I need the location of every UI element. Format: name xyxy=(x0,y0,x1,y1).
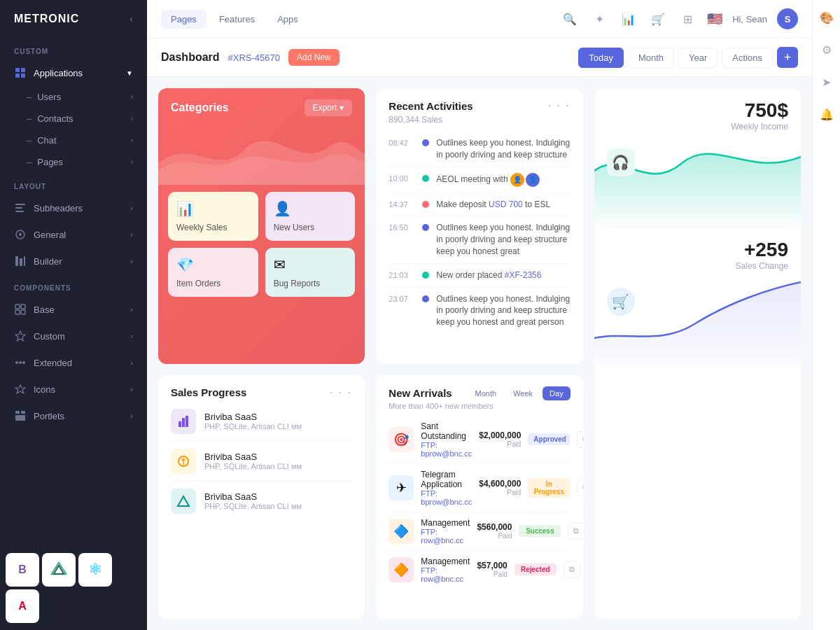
contacts-arrow: › xyxy=(131,115,133,122)
search-icon[interactable]: 🔍 xyxy=(560,9,580,29)
export-button[interactable]: Export ▾ xyxy=(304,99,353,116)
sidebar-item-builder[interactable]: Builder › xyxy=(0,248,147,274)
general-arrow: › xyxy=(130,230,133,239)
sidebar-item-subheaders[interactable]: Subheaders › xyxy=(0,195,147,221)
user-avatar[interactable]: S xyxy=(777,8,798,29)
year-button[interactable]: Year xyxy=(678,48,718,68)
weekly-sales-item[interactable]: 📊 Weekly Sales xyxy=(168,192,258,241)
builder-arrow: › xyxy=(130,257,133,265)
rs-bell-icon[interactable]: 🔔 xyxy=(816,104,837,125)
tab-apps[interactable]: Apps xyxy=(267,10,308,29)
new-users-item[interactable]: 👤 New Users xyxy=(265,192,356,241)
sidebar-item-extended[interactable]: Extended › xyxy=(0,349,147,376)
arrival-info-1: Sant Outstanding FTP: bprow@bnc.cc xyxy=(421,421,472,458)
rs-send-icon[interactable]: ➤ xyxy=(816,71,837,92)
svg-rect-26 xyxy=(182,418,185,427)
extended-icon xyxy=(14,356,27,369)
arrivals-tab-month[interactable]: Month xyxy=(468,386,504,400)
deposit-link[interactable]: USD 700 xyxy=(489,200,523,209)
base-icon xyxy=(14,303,27,316)
sidebar: METRONIC ‹ CUSTOM Applications ▼ – Users… xyxy=(0,0,147,630)
svg-rect-0 xyxy=(15,68,20,72)
framework-vue[interactable] xyxy=(42,553,76,587)
sidebar-item-icons[interactable]: Icons › xyxy=(0,376,147,402)
act-time-3: 14:37 xyxy=(388,200,415,209)
extended-label: Extended xyxy=(34,358,72,368)
sp-tech-2: PHP, SQLite, Artisan CLI мм xyxy=(204,462,352,470)
user-greeting: Hi, Sean xyxy=(732,14,767,24)
arrival-copy-2[interactable]: ⧉ xyxy=(577,479,582,496)
topnav: Pages Features Apps 🔍 ✦ 📊 🛒 ⊞ 🇺🇸 Hi, Sea… xyxy=(147,0,812,38)
act-text-6: Outlines keep you honest. Indulging in p… xyxy=(436,293,570,328)
arrival-badge-4: Rejected xyxy=(514,564,556,575)
svg-point-18 xyxy=(22,361,25,364)
sidebar-item-portlets[interactable]: Portlets › xyxy=(0,402,147,429)
users-arrow: › xyxy=(131,93,133,101)
actions-button[interactable]: Actions xyxy=(722,48,773,68)
sidebar-item-base[interactable]: Base › xyxy=(0,296,147,323)
arrival-badge-3: Success xyxy=(519,525,561,537)
svg-rect-13 xyxy=(21,304,25,309)
framework-bootstrap[interactable]: B xyxy=(6,553,39,587)
svg-rect-10 xyxy=(20,258,22,266)
add-new-button[interactable]: Add New xyxy=(288,49,340,66)
tab-features[interactable]: Features xyxy=(209,10,265,29)
chart-icon[interactable]: 📊 xyxy=(619,9,638,29)
month-button[interactable]: Month xyxy=(628,48,674,68)
icons-label: Icons xyxy=(34,384,55,395)
sales-progress-card: Sales Progress · · · Briviba SaaS PHP, S… xyxy=(158,375,365,619)
grid-icon[interactable]: ⊞ xyxy=(678,9,697,29)
weekly-sales-icon: 📊 xyxy=(176,200,250,217)
framework-react[interactable]: ⚛ xyxy=(78,553,112,587)
today-button[interactable]: Today xyxy=(578,48,624,68)
activity-item-6: 23:07 Outlines keep you honest. Indulgin… xyxy=(388,288,570,334)
arrival-actions-3: ⧉ ✏ 🗑 xyxy=(568,523,582,540)
sidebar-item-chat[interactable]: – Chat › xyxy=(0,130,147,151)
sp-info-1: Briviba SaaS PHP, SQLite, Artisan CLI мм xyxy=(204,412,352,430)
arrival-ftp-3: FTP: row@bnc.cc xyxy=(421,528,470,545)
add-icon-button[interactable]: + xyxy=(777,47,798,68)
sidebar-item-applications[interactable]: Applications ▼ xyxy=(0,59,147,86)
svg-rect-20 xyxy=(15,411,20,414)
framework-angular[interactable]: A xyxy=(6,589,39,623)
sidebar-item-pages[interactable]: – Pages › xyxy=(0,151,147,173)
subheader-ref[interactable]: #XRS-45670 xyxy=(228,52,280,63)
svg-rect-1 xyxy=(21,68,25,72)
sidebar-item-custom[interactable]: Custom › xyxy=(0,323,147,349)
arrival-name-2: Telegram Application xyxy=(421,470,472,489)
item-orders-item[interactable]: 💎 Item Orders xyxy=(168,248,258,297)
main-content: Pages Features Apps 🔍 ✦ 📊 🛒 ⊞ 🇺🇸 Hi, Sea… xyxy=(147,0,812,630)
sidebar-item-general[interactable]: General › xyxy=(0,221,147,248)
language-flag[interactable]: 🇺🇸 xyxy=(707,11,722,27)
sidebar-collapse-icon[interactable]: ‹ xyxy=(130,13,133,24)
sp-avatar-1 xyxy=(171,409,196,434)
activities-menu[interactable]: · · · xyxy=(547,99,570,112)
arrival-item-3: 🔷 Management FTP: row@bnc.cc $560,000 Pa… xyxy=(388,512,570,551)
arrivals-tab-week[interactable]: Week xyxy=(506,386,540,400)
share-icon[interactable]: ✦ xyxy=(589,9,609,29)
rs-palette-icon[interactable]: 🎨 xyxy=(816,7,837,28)
sidebar-item-users[interactable]: – Users › xyxy=(0,86,147,108)
act-dot-3 xyxy=(422,201,429,208)
arrival-name-1: Sant Outstanding xyxy=(421,421,472,441)
right-sidebar: 🎨 ⚙ ➤ 🔔 xyxy=(812,0,840,630)
arrivals-header: New Arrivals Month Week Day xyxy=(376,375,582,402)
bug-reports-item[interactable]: ✉ Bug Reports xyxy=(265,248,356,297)
applications-chevron: ▼ xyxy=(126,69,133,77)
svg-rect-2 xyxy=(15,74,20,78)
activities-header: Recent Activities · · · xyxy=(376,88,582,115)
arrival-copy-4[interactable]: ⧉ xyxy=(564,561,580,578)
tab-pages[interactable]: Pages xyxy=(161,10,206,29)
section-custom-label: CUSTOM xyxy=(0,38,147,59)
arrivals-tab-day[interactable]: Day xyxy=(542,386,570,400)
arrival-copy-3[interactable]: ⧉ xyxy=(568,523,582,540)
activity-item-2: 10:00 AEOL meeting with 👤 👤 xyxy=(388,167,570,193)
cart-icon[interactable]: 🛒 xyxy=(648,9,668,29)
order-link[interactable]: #XF-2356 xyxy=(505,270,542,280)
sidebar-item-contacts[interactable]: – Contacts › xyxy=(0,108,147,130)
subheaders-label: Subheaders xyxy=(34,203,83,214)
arrival-copy-1[interactable]: ⧉ xyxy=(577,431,582,448)
topnav-tabs: Pages Features Apps xyxy=(161,10,308,29)
rs-settings-icon[interactable]: ⚙ xyxy=(816,39,837,60)
sales-progress-menu[interactable]: · · · xyxy=(330,386,352,399)
